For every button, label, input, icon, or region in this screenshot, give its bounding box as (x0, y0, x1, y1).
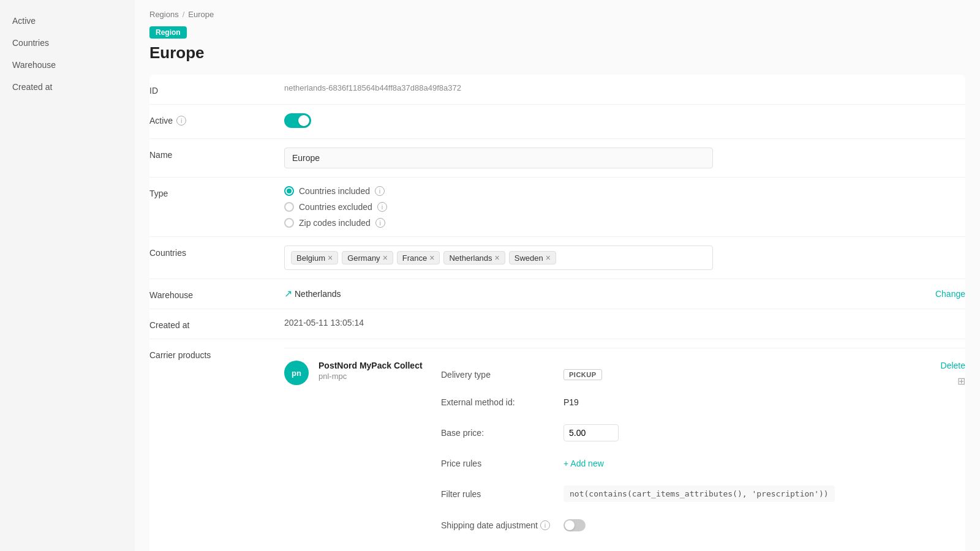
tag-germany: Germany × (342, 251, 393, 264)
countries-row: Countries Belgium × Germany × France × N… (149, 237, 965, 279)
id-row: ID netherlands-6836f118564b44ff8a37d88a4… (149, 75, 965, 105)
countries-value: Belgium × Germany × France × Netherlands… (284, 246, 965, 270)
radio-btn-countries-excluded (284, 202, 294, 212)
tag-belgium: Belgium × (291, 251, 338, 264)
radio-btn-countries-included (284, 186, 294, 196)
sidebar-item-warehouse[interactable]: Warehouse (0, 54, 135, 76)
breadcrumb-current: Europe (188, 10, 214, 19)
breadcrumb-separator: / (183, 10, 185, 19)
shipping-date-info-icon: i (540, 520, 550, 530)
base-price-label-0: Base price: (441, 423, 564, 443)
zip-codes-info-icon: i (375, 218, 385, 228)
delivery-type-label-0: Delivery type (441, 365, 564, 384)
warehouse-arrow-icon: ↗ (284, 288, 292, 299)
price-rules-label-0: Price rules (441, 454, 564, 473)
countries-included-info-icon: i (375, 186, 385, 196)
created-at-value: 2021-05-11 13:05:14 (284, 318, 965, 328)
radio-label-countries-included: Countries included (299, 186, 370, 196)
name-value (284, 148, 965, 168)
radio-btn-zip-codes (284, 218, 294, 228)
tag-netherlands: Netherlands × (443, 251, 505, 264)
type-row: Type Countries included i Countries excl… (149, 178, 965, 237)
sidebar-item-countries[interactable]: Countries (0, 32, 135, 54)
type-label: Type (149, 186, 284, 198)
created-at-label: Created at (149, 318, 284, 330)
region-badge: Region (149, 26, 187, 39)
filter-rules-text-0: not(contains(cart_items_attributes(), 'p… (564, 485, 835, 502)
active-toggle[interactable] (284, 113, 311, 128)
radio-countries-excluded[interactable]: Countries excluded i (284, 202, 965, 212)
active-label: Active i (149, 113, 284, 126)
carrier-code-0: pnl-mpc (318, 372, 441, 381)
radio-label-zip-codes: Zip codes included (299, 218, 371, 228)
carrier-products-label: Carrier products (149, 348, 284, 360)
delivery-type-value-0: PICKUP (564, 364, 602, 385)
carrier-products-value: pn PostNord MyPack Collect pnl-mpc Deliv… (284, 348, 965, 551)
tag-france-close[interactable]: × (429, 253, 434, 262)
filter-rules-value-0: not(contains(cart_items_attributes(), 'p… (564, 481, 835, 507)
id-value: netherlands-6836f118564b44ff8a37d88a49f8… (284, 83, 965, 92)
external-method-value-0: P19 (564, 392, 579, 412)
active-info-icon: i (176, 116, 186, 126)
radio-group: Countries included i Countries excluded … (284, 186, 965, 228)
created-at-row: Created at 2021-05-11 13:05:14 (149, 309, 965, 339)
base-price-value-0 (564, 419, 619, 446)
carrier-name-0: PostNord MyPack Collect (318, 361, 441, 370)
page-title: Europe (149, 43, 965, 62)
tag-france: France × (397, 251, 440, 264)
radio-countries-included[interactable]: Countries included i (284, 186, 965, 196)
country-tags-container: Belgium × Germany × France × Netherlands… (284, 246, 713, 270)
active-value (284, 113, 965, 130)
tag-sweden: Sweden × (509, 251, 556, 264)
warehouse-value: ↗ Netherlands Change (284, 288, 965, 299)
name-row: Name (149, 139, 965, 178)
carrier-block-0: pn PostNord MyPack Collect pnl-mpc Deliv… (284, 348, 965, 551)
shipping-date-toggle-0[interactable] (564, 519, 586, 531)
tag-netherlands-close[interactable]: × (495, 253, 500, 262)
id-label: ID (149, 83, 284, 96)
add-new-button-0[interactable]: + Add new (564, 459, 604, 468)
tag-belgium-close[interactable]: × (328, 253, 333, 262)
name-input[interactable] (284, 148, 713, 168)
radio-label-countries-excluded: Countries excluded (299, 202, 372, 212)
delivery-badge-0: PICKUP (564, 369, 602, 380)
radio-zip-codes[interactable]: Zip codes included i (284, 218, 965, 228)
countries-label: Countries (149, 246, 284, 258)
filter-rules-label-0: Filter rules (441, 484, 564, 504)
shipping-date-value-0 (564, 514, 586, 536)
name-label: Name (149, 148, 284, 160)
base-price-input-0[interactable] (564, 424, 619, 441)
sidebar-item-created-at[interactable]: Created at (0, 76, 135, 98)
price-rules-value-0: + Add new (564, 454, 604, 473)
countries-excluded-info-icon: i (377, 202, 387, 212)
external-method-label-0: External method id: (441, 392, 564, 412)
breadcrumb: Regions / Europe (149, 10, 965, 19)
carrier-info-0: PostNord MyPack Collect pnl-mpc (318, 361, 441, 381)
active-row: Active i (149, 105, 965, 139)
warehouse-label: Warehouse (149, 288, 284, 300)
delete-button-0[interactable]: Delete (941, 361, 965, 370)
type-value: Countries included i Countries excluded … (284, 186, 965, 228)
grid-icon-0[interactable]: ⊞ (957, 375, 965, 387)
warehouse-link[interactable]: Netherlands (295, 289, 341, 299)
breadcrumb-parent[interactable]: Regions (149, 10, 179, 19)
change-warehouse-link[interactable]: Change (935, 289, 965, 299)
shipping-date-label-0: Shipping date adjustment i (441, 515, 564, 535)
carrier-logo-0: pn (284, 361, 309, 385)
sidebar-item-active[interactable]: Active (0, 10, 135, 32)
carrier-products-label-row: Carrier products pn PostNord MyPack Coll… (149, 339, 965, 551)
tag-sweden-close[interactable]: × (546, 253, 551, 262)
warehouse-row: Warehouse ↗ Netherlands Change (149, 279, 965, 309)
tag-germany-close[interactable]: × (383, 253, 388, 262)
